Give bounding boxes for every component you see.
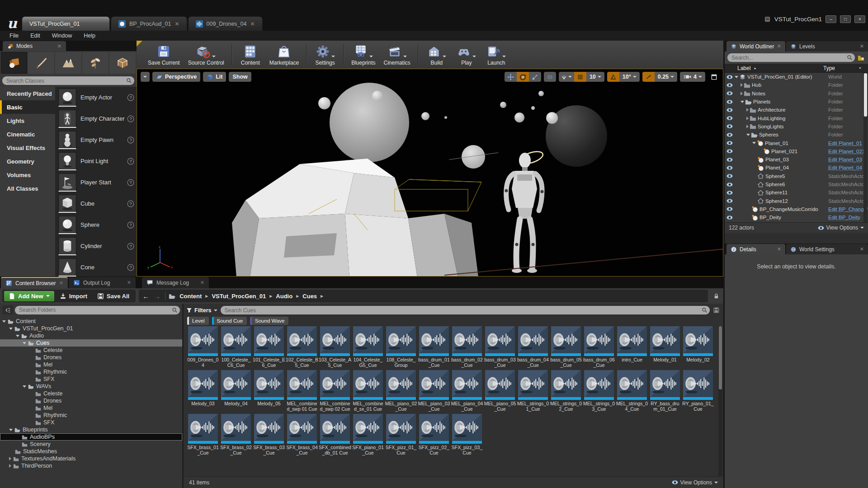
- mode-tool-place[interactable]: [1, 52, 27, 74]
- folder-row-content[interactable]: Content: [0, 318, 182, 325]
- scale-snap-value[interactable]: 0.25: [655, 72, 677, 82]
- asset-mel_piano_02_cue[interactable]: MEL_piano_02_Cue: [385, 370, 417, 412]
- breadcrumb-content[interactable]: Content: [177, 293, 204, 300]
- visibility-toggle[interactable]: [725, 108, 735, 113]
- asset-009_drones_04[interactable]: 009_Drones_04: [187, 326, 219, 368]
- breadcrumb-vstut_procgen_01[interactable]: VSTut_ProcGen_01: [209, 293, 269, 300]
- outliner-row[interactable]: Sphere6StaticMeshActor: [725, 180, 868, 188]
- viewport[interactable]: z x y Perspective Lit Show 10 10°: [137, 69, 723, 277]
- asset-mel_piano_05_cue[interactable]: MEL_piano_05_Cue: [484, 370, 516, 412]
- close-icon[interactable]: ✕: [175, 21, 179, 27]
- folder-row-scenery[interactable]: Scenery: [0, 441, 182, 448]
- folder-row-wavs[interactable]: WAVs: [0, 383, 182, 390]
- placeable-item[interactable]: Cylinder?: [55, 235, 137, 257]
- visibility-toggle[interactable]: [725, 75, 735, 80]
- scale-tool-button[interactable]: [529, 72, 541, 82]
- search-assets-input[interactable]: [221, 306, 710, 314]
- close-icon[interactable]: ✕: [250, 21, 255, 27]
- asset-sfx_brass_04_cue[interactable]: SFX_brass_04_Cue: [286, 414, 318, 455]
- expand-arrow-icon[interactable]: [16, 335, 19, 337]
- visibility-toggle[interactable]: [725, 116, 735, 121]
- menu-file[interactable]: File: [4, 31, 24, 41]
- toolbar-launch-button[interactable]: Launch: [481, 42, 511, 67]
- close-icon[interactable]: ✕: [860, 43, 864, 49]
- asset-sfx_piano_01_cue[interactable]: SFX_piano_01_Cue: [352, 414, 384, 455]
- filter-pill-sound-wave[interactable]: Sound Wave: [250, 317, 288, 325]
- show-button[interactable]: Show: [229, 72, 251, 82]
- panel-splitter[interactable]: [725, 233, 868, 244]
- asset-mel_combined_swp-02-cue[interactable]: MEL_combined_swp 02 Cue: [319, 370, 351, 412]
- close-icon[interactable]: ✕: [860, 246, 864, 252]
- placeable-item[interactable]: Sphere?: [55, 214, 137, 235]
- label-column-header[interactable]: Label▲: [737, 65, 823, 71]
- rotate-tool-button[interactable]: [517, 72, 529, 82]
- search-folders-input[interactable]: [15, 306, 180, 314]
- toolbar-play-button[interactable]: Play: [452, 42, 481, 67]
- tab-message-log[interactable]: Message Log✕: [142, 277, 209, 288]
- toolbar-content-button[interactable]: Content: [236, 42, 265, 67]
- expand-arrow-icon[interactable]: [9, 328, 13, 330]
- type-column-header[interactable]: Type▼: [823, 65, 868, 71]
- nav-back-button[interactable]: ←: [141, 292, 151, 300]
- filter-pill-level[interactable]: Level: [187, 317, 209, 325]
- breadcrumb-audio[interactable]: Audio: [273, 293, 295, 300]
- visibility-toggle[interactable]: [725, 149, 735, 154]
- asset-bass_drum_02_cue[interactable]: bass_drum_02_Cue: [451, 326, 483, 368]
- mode-tool-landscape[interactable]: [55, 52, 81, 74]
- visibility-toggle[interactable]: [725, 174, 735, 178]
- outliner-row[interactable]: Planet_021Edit Planet_021: [725, 147, 868, 155]
- asset-100_celeste_c6_cue[interactable]: 100_Celeste_C6_Cue: [220, 326, 252, 368]
- folder-row-mel[interactable]: Mel: [0, 404, 182, 412]
- expand-arrow-icon[interactable]: [746, 125, 749, 128]
- asset-view-options[interactable]: View Options: [672, 479, 718, 486]
- asset-sfx_pizz_03_cue[interactable]: SFX_pizz_03_Cue: [451, 414, 483, 455]
- expand-arrow-icon[interactable]: [9, 457, 11, 460]
- visibility-toggle[interactable]: [725, 165, 735, 170]
- expand-arrow-icon[interactable]: [9, 429, 13, 431]
- mode-tool-paint[interactable]: [28, 52, 54, 74]
- folder-row-thirdperson[interactable]: ThirdPerson: [0, 462, 182, 469]
- lit-mode-button[interactable]: Lit: [203, 72, 226, 82]
- tab-world-settings[interactable]: World Settings✕: [786, 244, 868, 254]
- placeable-item[interactable]: Cone?: [55, 257, 137, 277]
- save-all-button[interactable]: Save All: [93, 291, 134, 301]
- asset-scrollbar[interactable]: [718, 326, 722, 476]
- category-geometry[interactable]: Geometry: [0, 155, 55, 168]
- collapse-sources-button[interactable]: [2, 305, 13, 314]
- asset-melody_05[interactable]: Melody_05: [253, 370, 285, 412]
- nav-forward-button[interactable]: →: [152, 292, 162, 300]
- asset-melody_04[interactable]: Melody_04: [220, 370, 252, 412]
- mode-tool-geometry[interactable]: [109, 52, 136, 74]
- translate-tool-button[interactable]: [505, 72, 517, 82]
- category-cinematic[interactable]: Cinematic: [0, 127, 55, 141]
- outliner-row[interactable]: Planet_01Edit Planet_01: [725, 139, 868, 147]
- folder-row-sfx[interactable]: SFX: [0, 375, 182, 383]
- visibility-toggle[interactable]: [725, 99, 735, 104]
- category-all-classes[interactable]: All Classes: [0, 182, 55, 195]
- visibility-toggle[interactable]: [725, 190, 735, 195]
- placeable-item[interactable]: Empty Actor?: [55, 87, 137, 108]
- expand-arrow-icon[interactable]: [746, 108, 749, 112]
- filter-pill-sound-cue[interactable]: Sound Cue: [212, 317, 247, 325]
- close-button[interactable]: ×: [854, 15, 865, 23]
- outliner-row[interactable]: HubLightingFolder: [725, 114, 868, 122]
- breadcrumb-cues[interactable]: Cues: [300, 293, 320, 300]
- grid-snap-toggle[interactable]: [574, 72, 586, 82]
- asset-sfx_pizz_01_cue[interactable]: SFX_pizz_01_Cue: [385, 414, 417, 455]
- expand-arrow-icon[interactable]: [23, 385, 26, 388]
- filters-button[interactable]: Filters: [186, 307, 217, 314]
- asset-bass_drum_03_cue[interactable]: bass_drum_03_Cue: [484, 326, 516, 368]
- close-icon[interactable]: ✕: [777, 246, 781, 252]
- placeable-item[interactable]: Empty Character?: [55, 108, 137, 129]
- toolbar-settings-button[interactable]: Settings: [310, 42, 340, 67]
- menu-edit[interactable]: Edit: [24, 31, 46, 41]
- visibility-toggle[interactable]: [725, 215, 735, 220]
- asset-bass_drum_04_cue[interactable]: bass_drum_04_Cue: [517, 326, 549, 368]
- asset-mel_combined_swp-01-cue[interactable]: MEL_combined_swp 01 Cue: [286, 370, 318, 412]
- asset-bass_drum_06_cue[interactable]: bass_drum_06_Cue: [583, 326, 615, 368]
- folder-row-celeste[interactable]: Celeste: [0, 347, 182, 354]
- rotation-snap-toggle[interactable]: [607, 72, 619, 82]
- outliner-row[interactable]: VSTut_ProcGen_01 (Editor)World: [725, 73, 868, 81]
- lock-button[interactable]: [711, 291, 721, 301]
- outliner-scrollbar[interactable]: [863, 73, 868, 222]
